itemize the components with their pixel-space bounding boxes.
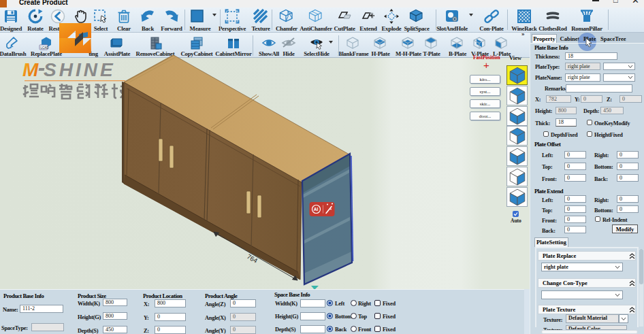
svg-text:AI: AI [314,207,319,212]
